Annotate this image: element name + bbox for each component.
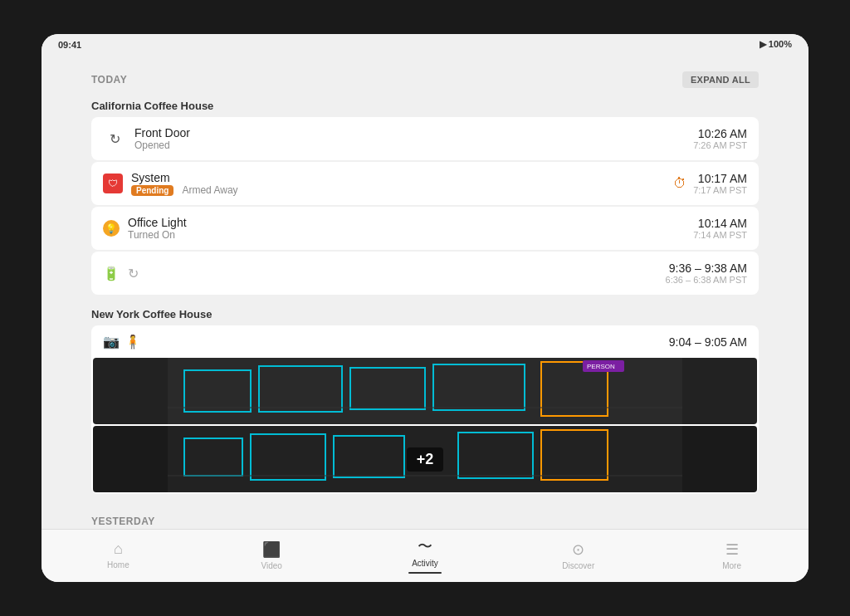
bulb-icon: 💡 (103, 220, 120, 237)
today-section-title: TODAY (91, 74, 127, 86)
system-time-secondary: 7:17 AM PST (693, 185, 747, 195)
person-detection-icon: 🧍 (125, 334, 141, 350)
front-door-title: Front Door (134, 126, 190, 139)
battery-time-primary: 9:36 – 9:38 AM (666, 262, 747, 275)
main-content[interactable]: TODAY EXPAND ALL California Coffee House… (42, 55, 808, 529)
video-icon: ⬛ (262, 540, 281, 559)
system-time-primary: 10:17 AM (693, 172, 747, 185)
discover-icon: ⊙ (572, 540, 584, 559)
status-battery: ▶ 100% (760, 39, 792, 50)
plus-2-overlay: +2 (93, 426, 757, 492)
front-door-time-secondary: 7:26 AM PST (693, 140, 747, 150)
office-light-time-primary: 10:14 AM (693, 217, 747, 230)
status-bar: 09:41 ▶ 100% (42, 34, 808, 55)
plus-2-badge: +2 (407, 447, 444, 472)
tab-home-label: Home (107, 560, 129, 570)
activity-icon: 〜 (418, 536, 432, 556)
expand-all-button[interactable]: EXPAND ALL (682, 71, 759, 88)
camera-icon: 📷 (103, 334, 120, 350)
front-door-time-primary: 10:26 AM (693, 127, 747, 140)
status-right: ▶ 100% (760, 39, 792, 50)
refresh-icon: ↻ (103, 127, 126, 150)
shield-icon: 🛡 (103, 174, 123, 193)
refresh-small-icon: ↻ (128, 266, 139, 281)
camera-time-primary: 9:04 – 9:05 AM (669, 335, 747, 349)
tab-discover[interactable]: ⊙ Discover (550, 540, 608, 570)
device-frame: 09:41 ▶ 100% TODAY EXPAND ALL California… (42, 34, 808, 582)
camera-image-1: PERSON (93, 358, 757, 424)
tab-video-label: Video (261, 561, 281, 570)
battery-time-secondary: 6:36 – 6:38 AM PST (666, 275, 747, 285)
office-light-item[interactable]: 💡 Office Light Turned On 10:14 AM 7:14 A… (91, 207, 759, 250)
office-light-time-secondary: 7:14 AM PST (693, 230, 747, 240)
front-door-subtitle: Opened (134, 139, 190, 151)
tab-more[interactable]: ☰ More (703, 540, 761, 570)
svg-text:PERSON: PERSON (587, 363, 615, 370)
tab-home[interactable]: ⌂ Home (89, 540, 147, 570)
system-title: System (131, 171, 238, 184)
tab-activity-label: Activity (412, 559, 438, 568)
office-light-subtitle: Turned On (128, 229, 187, 241)
camera-event[interactable]: 📷 🧍 9:04 – 9:05 AM (91, 325, 759, 494)
tab-activity[interactable]: 〜 Activity (396, 536, 454, 574)
tab-discover-label: Discover (562, 561, 594, 570)
front-door-item[interactable]: ↻ Front Door Opened 10:26 AM 7:26 AM PST (91, 117, 759, 160)
yesterday-section-header: YESTERDAY (91, 507, 759, 529)
tab-more-label: More (722, 561, 741, 570)
system-item[interactable]: 🛡 System Pending Armed Away ⏱ 10:17 AM 7… (91, 162, 759, 205)
pending-badge: Pending (131, 185, 173, 196)
camera-image-2: +2 (93, 426, 757, 492)
tab-bar: ⌂ Home ⬛ Video 〜 Activity ⊙ Discover ☰ M… (42, 529, 808, 582)
location-california: California Coffee House (91, 95, 759, 117)
status-time: 09:41 (58, 40, 81, 50)
system-subtitle: Pending Armed Away (131, 184, 238, 196)
tab-active-indicator (408, 572, 442, 574)
tab-video[interactable]: ⬛ Video (242, 540, 300, 570)
office-light-title: Office Light (128, 216, 187, 229)
location-newyork: New York Coffee House (91, 303, 759, 325)
more-icon: ☰ (725, 540, 739, 559)
clock-icon: ⏱ (673, 176, 686, 191)
yesterday-section-title: YESTERDAY (91, 516, 155, 527)
today-section-header: TODAY EXPAND ALL (91, 63, 759, 95)
battery-icon: 🔋 (103, 266, 120, 281)
home-icon: ⌂ (114, 540, 123, 558)
battery-item-california[interactable]: 🔋 ↻ 9:36 – 9:38 AM 6:36 – 6:38 AM PST (91, 252, 759, 295)
